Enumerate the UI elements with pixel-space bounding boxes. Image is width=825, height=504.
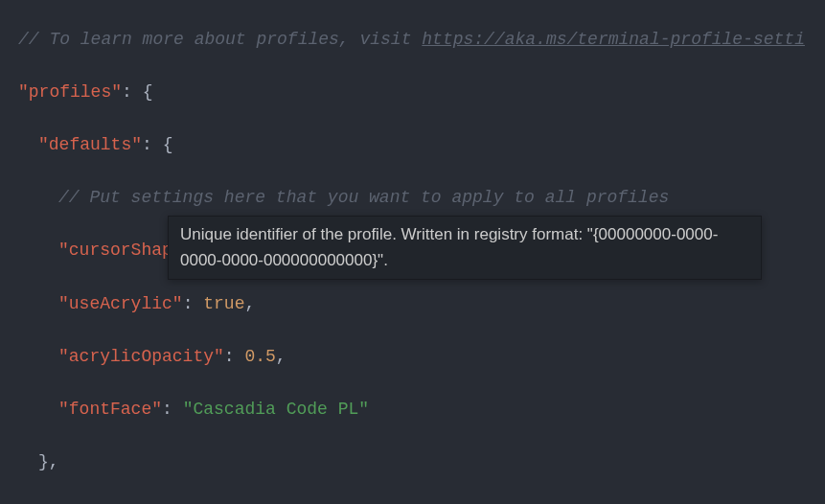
code-line: "defaults": {: [0, 132, 825, 159]
code-line: // Put settings here that you want to ap…: [0, 185, 825, 212]
comment-text: // Put settings here that you want to ap…: [58, 188, 669, 207]
code-editor[interactable]: // To learn more about profiles, visit h…: [0, 0, 825, 504]
code-line: },: [0, 449, 825, 476]
tooltip-text: Unique identifier of the profile. Writte…: [180, 225, 718, 269]
code-line: // To learn more about profiles, visit h…: [0, 27, 825, 54]
comment-text: // To learn more about profiles, visit h…: [18, 30, 805, 49]
code-line: "acrylicOpacity": 0.5,: [0, 344, 825, 371]
code-line: "useAcrylic": true,: [0, 291, 825, 318]
hover-tooltip: Unique identifier of the profile. Writte…: [168, 216, 762, 280]
code-line: "profiles": {: [0, 80, 825, 106]
code-line: "fontFace": "Cascadia Code PL": [0, 397, 825, 424]
